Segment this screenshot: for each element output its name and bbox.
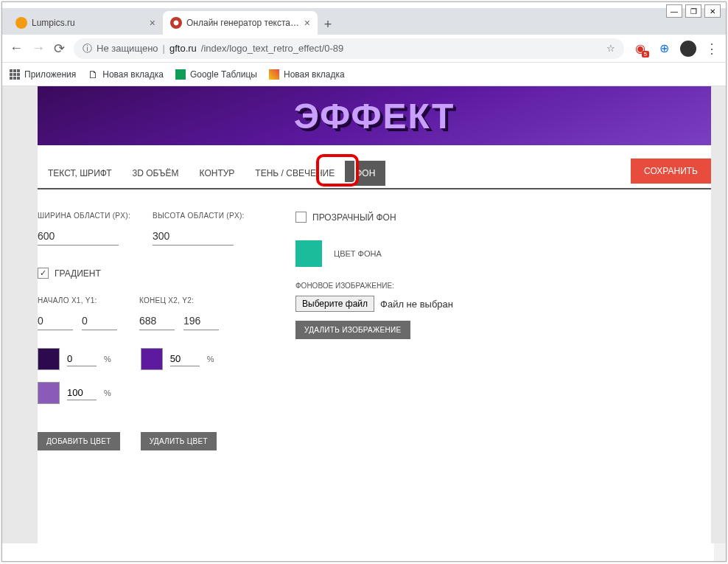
page-viewport: ЭФФЕКТ ТЕКСТ, ШРИФТ 3D ОБЪЁМ КОНТУР ТЕНЬ… bbox=[2, 86, 726, 561]
bookmark-label: Новая вкладка bbox=[284, 69, 345, 80]
browser-toolbar: ← → ⟳ ⓘ Не защищено | gfto.ru/index/logo… bbox=[2, 35, 726, 63]
browser-tab-strip: Lumpics.ru × Онлайн генератор текста соз… bbox=[2, 8, 726, 35]
percent-sign: % bbox=[207, 355, 214, 363]
info-icon[interactable]: ⓘ bbox=[83, 42, 92, 55]
preview-text: ЭФФЕКТ bbox=[294, 96, 455, 136]
gradient-checkbox[interactable] bbox=[38, 268, 49, 279]
bg-color-swatch[interactable] bbox=[295, 240, 322, 267]
apps-icon bbox=[10, 69, 20, 80]
page-margin-right bbox=[711, 86, 726, 543]
bookmark-item[interactable]: 🗋 Новая вкладка bbox=[88, 69, 164, 80]
percent-sign: % bbox=[104, 389, 111, 397]
extension-icon[interactable]: ◉ bbox=[633, 41, 648, 56]
file-status-label: Файл не выбран bbox=[380, 299, 453, 310]
security-label: Не защищено bbox=[97, 43, 158, 54]
gradient-stop: % bbox=[38, 382, 111, 404]
save-button[interactable]: СОХРАНИТЬ bbox=[631, 159, 711, 184]
bookmark-star-icon[interactable]: ☆ bbox=[606, 43, 615, 54]
page-margin-left bbox=[2, 86, 38, 543]
bg-image-label: ФОНОВОЕ ИЗОБРАЖЕНИЕ: bbox=[295, 282, 553, 290]
bookmark-icon bbox=[269, 69, 279, 80]
reload-button[interactable]: ⟳ bbox=[54, 41, 65, 57]
back-button[interactable]: ← bbox=[10, 41, 23, 56]
tab-outline[interactable]: КОНТУР bbox=[189, 161, 245, 186]
extension-icon[interactable]: ⊕ bbox=[657, 41, 671, 56]
gradient-stop-input[interactable] bbox=[170, 352, 200, 366]
bookmark-label: Приложения bbox=[24, 69, 76, 80]
close-window-button[interactable]: ✕ bbox=[704, 4, 721, 18]
text-preview: ЭФФЕКТ bbox=[38, 86, 711, 145]
end-y-input[interactable] bbox=[183, 312, 219, 330]
gradient-stop: % bbox=[38, 348, 111, 370]
gradient-label: ГРАДИЕНТ bbox=[55, 268, 101, 279]
profile-avatar[interactable] bbox=[680, 41, 696, 57]
tab-close-icon[interactable]: × bbox=[150, 17, 155, 29]
url-separator: | bbox=[163, 43, 165, 54]
transparent-bg-checkbox[interactable] bbox=[295, 212, 307, 223]
add-color-button[interactable]: ДОБАВИТЬ ЦВЕТ bbox=[38, 432, 120, 450]
tab-title: Онлайн генератор текста созда bbox=[186, 18, 300, 28]
transparent-bg-label: ПРОЗРАЧНЫЙ ФОН bbox=[312, 212, 396, 223]
height-input[interactable] bbox=[153, 227, 234, 246]
height-label: ВЫСОТА ОБЛАСТИ (PX): bbox=[153, 212, 245, 220]
minimize-button[interactable]: — bbox=[666, 4, 682, 18]
gradient-stop: % bbox=[141, 348, 214, 370]
address-bar[interactable]: ⓘ Не защищено | gfto.ru/index/logo_text_… bbox=[74, 38, 624, 59]
bookmark-label: Новая вкладка bbox=[102, 69, 164, 80]
menu-icon[interactable]: ⋮ bbox=[705, 41, 718, 57]
color-swatch[interactable] bbox=[38, 348, 60, 370]
tab-close-icon[interactable]: × bbox=[304, 17, 310, 29]
maximize-button[interactable]: ❐ bbox=[685, 4, 701, 18]
tab-favicon bbox=[15, 17, 27, 29]
page-icon: 🗋 bbox=[88, 69, 98, 80]
browser-tab[interactable]: Онлайн генератор текста созда × bbox=[163, 11, 318, 35]
editor-tabs: ТЕКСТ, ШРИФТ 3D ОБЪЁМ КОНТУР ТЕНЬ / СВЕЧ… bbox=[38, 159, 711, 189]
start-x-input[interactable] bbox=[38, 312, 73, 330]
color-swatch[interactable] bbox=[38, 382, 60, 404]
tab-3d-volume[interactable]: 3D ОБЪЁМ bbox=[122, 161, 189, 186]
end-x-input[interactable] bbox=[139, 312, 175, 330]
width-input[interactable] bbox=[38, 227, 119, 246]
tab-background[interactable]: ФОН bbox=[345, 161, 385, 186]
bg-color-label: ЦВЕТ ФОНА bbox=[334, 249, 382, 258]
gradient-end-label: КОНЕЦ X2, Y2: bbox=[139, 296, 219, 304]
tab-text-font[interactable]: ТЕКСТ, ШРИФТ bbox=[38, 161, 122, 186]
percent-sign: % bbox=[104, 355, 111, 363]
bookmark-label: Google Таблицы bbox=[190, 69, 257, 80]
url-path: /index/logo_text_retro_effect/0-89 bbox=[201, 43, 343, 54]
tab-title: Lumpics.ru bbox=[32, 18, 145, 28]
start-y-input[interactable] bbox=[82, 312, 117, 330]
color-swatch[interactable] bbox=[141, 348, 163, 370]
remove-color-button[interactable]: УДАЛИТЬ ЦВЕТ bbox=[141, 432, 217, 450]
choose-file-button[interactable]: Выберите файл bbox=[295, 296, 374, 312]
gradient-start-label: НАЧАЛО X1, Y1: bbox=[38, 296, 117, 304]
url-host: gfto.ru bbox=[169, 43, 197, 54]
apps-shortcut[interactable]: Приложения bbox=[10, 69, 76, 80]
sheets-icon bbox=[175, 69, 186, 80]
gradient-stop-input[interactable] bbox=[67, 352, 97, 366]
gradient-stop-input[interactable] bbox=[67, 386, 97, 400]
bookmark-item[interactable]: Новая вкладка bbox=[269, 69, 345, 80]
forward-button[interactable]: → bbox=[32, 41, 45, 56]
bookmarks-bar: Приложения 🗋 Новая вкладка Google Таблиц… bbox=[2, 63, 726, 86]
bookmark-item[interactable]: Google Таблицы bbox=[175, 69, 257, 80]
remove-image-button[interactable]: УДАЛИТЬ ИЗОБРАЖЕНИЕ bbox=[295, 321, 410, 339]
browser-tab[interactable]: Lumpics.ru × bbox=[8, 11, 163, 35]
tab-shadow-glow[interactable]: ТЕНЬ / СВЕЧЕНИЕ bbox=[245, 161, 345, 186]
new-tab-button[interactable]: + bbox=[318, 14, 338, 35]
width-label: ШИРИНА ОБЛАСТИ (PX): bbox=[38, 212, 130, 220]
tab-favicon bbox=[170, 17, 182, 29]
